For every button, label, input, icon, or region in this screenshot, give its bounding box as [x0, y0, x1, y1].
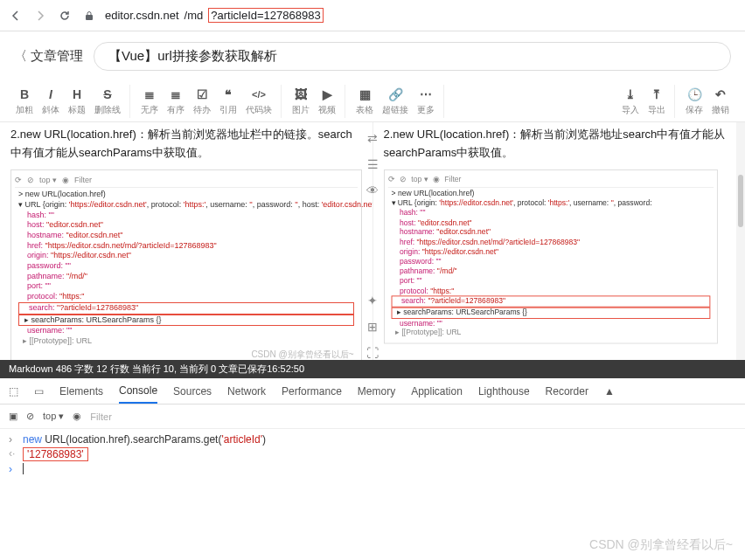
- console-result: '127868983': [23, 447, 88, 461]
- console-filter-bar: ▣ ⊘ top ▾ ◉ Filter: [0, 404, 745, 429]
- device-icon[interactable]: ▭: [34, 385, 44, 398]
- ul-button[interactable]: ≣无序: [137, 85, 162, 118]
- context-selector[interactable]: top ▾: [43, 411, 64, 422]
- preview-text-2: 3.new URL(location.href).searchParams.ge…: [384, 358, 735, 360]
- live-expr-icon[interactable]: ◉: [73, 411, 81, 422]
- console-result-row: ‹· '127868983': [0, 446, 745, 462]
- preview-text-1: 2.new URL(location.href)：解析当前浏览器地址search…: [384, 126, 735, 162]
- preview-badge-icon: ▲: [604, 385, 615, 398]
- embedded-code-screenshot: ⟳⊘top ▾◉Filter > new URL(location.href) …: [10, 169, 362, 360]
- lock-icon: [80, 7, 98, 24]
- strike-button[interactable]: S删除线: [91, 85, 124, 118]
- nav-reload-icon[interactable]: [56, 7, 73, 24]
- url-host: editor.csdn.net: [105, 9, 179, 22]
- tab-elements[interactable]: Elements: [59, 380, 103, 403]
- clear-console-icon[interactable]: ⊘: [26, 411, 34, 422]
- tab-sources[interactable]: Sources: [173, 380, 212, 403]
- focus-icon[interactable]: ✦: [366, 294, 379, 308]
- url-query-highlight: ?articleId=127868983: [208, 8, 323, 23]
- table-button[interactable]: ▦表格: [352, 85, 377, 118]
- tab-application[interactable]: Application: [411, 380, 463, 403]
- url-path: /md: [185, 9, 204, 22]
- back-to-articles[interactable]: 〈 文章管理: [14, 48, 83, 65]
- more-button[interactable]: ⋯更多: [414, 85, 438, 118]
- browser-address-bar: editor.csdn.net/md?articleId=127868983: [0, 0, 745, 31]
- preview-pane: 2.new URL(location.href)：解析当前浏览器地址search…: [373, 122, 746, 360]
- codeblock-button[interactable]: </>代码块: [242, 85, 275, 118]
- page-watermark: CSDN @别拿曾经看以后~: [589, 537, 733, 553]
- preview-icon[interactable]: 👁: [366, 183, 379, 197]
- nav-forward-icon[interactable]: [31, 7, 49, 24]
- view-controls: ⇄ ☰ 👁 ✦ ⊞ ⛶: [360, 122, 385, 360]
- nav-back-icon[interactable]: [7, 7, 24, 24]
- preview-code-screenshot: ⟳⊘top ▾◉Filter > new URL(location.href) …: [384, 169, 717, 344]
- image-button[interactable]: 🖼图片: [289, 85, 313, 118]
- status-bar: Markdown 486 字数 12 行数 当前行 10, 当前列 0 文章已保…: [0, 360, 745, 378]
- editor-text: 2.new URL(location.href)：解析当前浏览器地址栏中的链接。…: [10, 126, 362, 162]
- todo-button[interactable]: ☑待办: [190, 85, 214, 118]
- bold-button[interactable]: B加粗: [12, 85, 37, 118]
- svg-rect-0: [86, 15, 93, 20]
- tab-recorder[interactable]: Recorder: [546, 380, 588, 403]
- tab-performance[interactable]: Performance: [282, 380, 342, 403]
- devtools-tabs: ⬚ ▭ Elements Console Sources Network Per…: [0, 378, 745, 404]
- ol-button[interactable]: ≣有序: [164, 85, 188, 118]
- italic-button[interactable]: I斜体: [38, 85, 63, 118]
- article-title-input[interactable]: 【Vue】url拼接参数获取解析: [94, 42, 731, 71]
- tab-memory[interactable]: Memory: [358, 380, 395, 403]
- url-field[interactable]: editor.csdn.net/md?articleId=127868983: [105, 8, 324, 23]
- inspect-icon[interactable]: ⬚: [9, 385, 18, 398]
- tab-network[interactable]: Network: [227, 380, 266, 403]
- editor-toolbar: B加粗 I斜体 H标题 S删除线 ≣无序 ≣有序 ☑待办 ❝引用 </>代码块 …: [0, 81, 745, 122]
- heading-button[interactable]: H标题: [65, 85, 89, 118]
- page-header: 〈 文章管理 【Vue】url拼接参数获取解析: [0, 31, 745, 81]
- back-label: 文章管理: [31, 48, 83, 65]
- export-button[interactable]: ⤒导出: [644, 85, 669, 118]
- save-button[interactable]: 🕒保存: [682, 85, 707, 118]
- undo-button[interactable]: ↶撤销: [708, 85, 733, 118]
- input-arrow-icon: ›: [9, 433, 17, 446]
- console-prompt[interactable]: ›: [0, 462, 745, 476]
- console-filter-input[interactable]: Filter: [90, 411, 111, 422]
- console-output: › new URL(location.href).searchParams.ge…: [0, 429, 745, 480]
- tab-lighthouse[interactable]: Lighthouse: [478, 380, 530, 403]
- output-arrow-icon: ‹·: [9, 447, 17, 460]
- quote-button[interactable]: ❝引用: [216, 85, 240, 118]
- prompt-arrow-icon: ›: [9, 463, 17, 475]
- editor-split: 2.new URL(location.href)：解析当前浏览器地址栏中的链接。…: [0, 122, 745, 360]
- console-sidebar-icon[interactable]: ▣: [9, 411, 17, 422]
- tab-console[interactable]: Console: [119, 379, 157, 404]
- layout-icon[interactable]: ⊞: [366, 320, 379, 334]
- import-button[interactable]: ⤓导入: [618, 85, 643, 118]
- video-button[interactable]: ▶视频: [315, 85, 339, 118]
- chevron-left-icon: 〈: [14, 48, 27, 65]
- link-button[interactable]: 🔗超链接: [379, 85, 412, 118]
- console-input-row: › new URL(location.href).searchParams.ge…: [0, 432, 745, 446]
- sync-scroll-icon[interactable]: ⇄: [366, 131, 379, 145]
- editor-pane[interactable]: 2.new URL(location.href)：解析当前浏览器地址栏中的链接。…: [0, 122, 373, 360]
- toc-icon[interactable]: ☰: [366, 157, 379, 171]
- fullscreen-icon[interactable]: ⛶: [366, 346, 379, 360]
